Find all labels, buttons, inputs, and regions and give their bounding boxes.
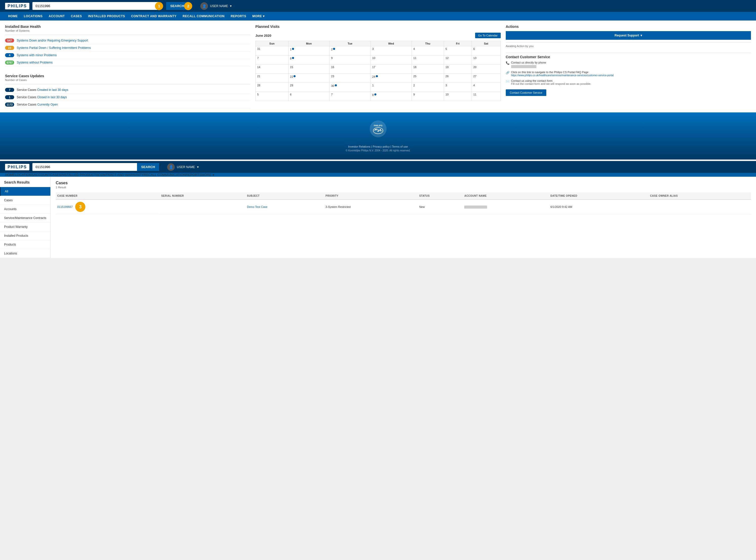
sidebar-item-contracts[interactable]: Service/Maintenance Contracts xyxy=(0,214,51,222)
search-input[interactable] xyxy=(33,2,159,10)
calendar-cell[interactable]: 1 xyxy=(370,83,411,92)
health-item-text-3[interactable]: Systems without Problems xyxy=(17,61,53,64)
calendar-cell[interactable]: 8 xyxy=(370,92,411,101)
calendar-cell[interactable]: 7 xyxy=(255,56,289,64)
nav2-recall[interactable]: RECALL COMMUNICATION xyxy=(144,173,186,177)
case-number-link[interactable]: 0115199667 xyxy=(57,205,73,208)
nav-installed-products[interactable]: INSTALLED PRODUCTS xyxy=(85,12,128,20)
second-search-button[interactable]: SEARCH xyxy=(137,163,159,171)
installed-base-title: Installed Base Health xyxy=(5,24,250,28)
cases-badge-1: 1 xyxy=(5,95,14,99)
calendar-cell[interactable]: 3 xyxy=(370,46,411,56)
calendar-cell[interactable]: 19 xyxy=(444,64,471,74)
calendar-cell[interactable]: 11 xyxy=(411,56,444,64)
username-dropdown-icon: ▾ xyxy=(230,4,232,8)
second-username[interactable]: USER NAME xyxy=(177,165,195,169)
calendar-cell[interactable]: 23 xyxy=(330,74,370,83)
nav2-cases[interactable]: CASES xyxy=(50,173,61,177)
calendar-cell[interactable]: 4 xyxy=(411,46,444,56)
calendar-cell[interactable]: 22 xyxy=(289,74,330,83)
calendar-cell[interactable]: 2 xyxy=(411,83,444,92)
nav-recall[interactable]: RECALL COMMUNICATION xyxy=(179,12,228,20)
calendar-cell[interactable]: 18 xyxy=(411,64,444,74)
nav-home[interactable]: HOME xyxy=(5,12,21,20)
sidebar-item-locations[interactable]: Locations xyxy=(0,249,51,258)
calendar-cell[interactable]: 6 xyxy=(471,46,501,56)
calendar-dot xyxy=(292,48,294,50)
calendar-cell[interactable]: 25 xyxy=(411,74,444,83)
sidebar-item-products[interactable]: Products xyxy=(0,240,51,249)
calendar-cell[interactable]: 28 xyxy=(255,83,289,92)
calendar-cell[interactable]: 5 xyxy=(255,92,289,101)
nav2-account[interactable]: ACCOUNT xyxy=(34,173,50,177)
calendar-cell[interactable]: 21 xyxy=(255,74,289,83)
sidebar-item-all[interactable]: All xyxy=(0,187,51,196)
calendar-cell[interactable]: 4 xyxy=(471,83,501,92)
calendar-cell[interactable]: 9 xyxy=(330,56,370,64)
contact-cs-button[interactable]: Contact Customer Service xyxy=(506,89,546,96)
calendar-cell[interactable]: 13 xyxy=(471,56,501,64)
health-item-text-0[interactable]: Systems Down and/or Requiring Emergency … xyxy=(17,39,88,42)
health-item-text-2[interactable]: Systems with minor Problems xyxy=(17,54,57,57)
calendar-cell[interactable]: 8 xyxy=(289,56,330,64)
cases-text-0[interactable]: Service Cases Created in last 30 days xyxy=(17,88,68,92)
calendar-cell[interactable]: 30 xyxy=(330,83,370,92)
second-search-bar: SEARCH xyxy=(33,163,159,171)
col-priority: PRIORITY xyxy=(324,193,418,200)
calendar-cell[interactable]: 3 xyxy=(444,83,471,92)
sidebar-item-accounts[interactable]: Accounts xyxy=(0,205,51,214)
cal-header-sun: Sun xyxy=(255,41,289,46)
nav-more[interactable]: MORE ▾ xyxy=(249,12,268,20)
calendar-cell[interactable]: 6 xyxy=(289,92,330,101)
calendar-cell[interactable]: 11 xyxy=(471,92,501,101)
nav2-home[interactable]: HOME xyxy=(5,173,15,177)
calendar-cell[interactable]: 27 xyxy=(471,74,501,83)
nav2-more[interactable]: MORE ▾ xyxy=(201,173,214,177)
calendar-cell[interactable]: 10 xyxy=(444,92,471,101)
calendar-cell[interactable]: 9 xyxy=(411,92,444,101)
nav2-installed-products[interactable]: INSTALLED PRODUCTS xyxy=(61,173,98,177)
calendar-cell[interactable]: 12 xyxy=(444,56,471,64)
calendar-cell[interactable]: 24 xyxy=(370,74,411,83)
calendar-dot xyxy=(374,94,376,96)
calendar-cell[interactable]: 31 xyxy=(255,46,289,56)
calendar-cell[interactable]: 26 xyxy=(444,74,471,83)
nav2-reports[interactable]: REPORTS xyxy=(186,173,201,177)
nav-reports[interactable]: REPORTS xyxy=(228,12,250,20)
col-serial-number: SERIAL NUMBER xyxy=(159,193,246,200)
calendar-cell[interactable]: 14 xyxy=(255,64,289,74)
calendar-cell[interactable]: 2 xyxy=(330,46,370,56)
installed-base-subtitle: Number of Systems xyxy=(5,29,250,32)
svg-point-4 xyxy=(377,131,379,132)
health-item-text-1[interactable]: Systems Partial Down / Suffering Intermi… xyxy=(17,46,91,49)
calendar-cell[interactable]: 1 xyxy=(289,46,330,56)
sidebar-item-warranty[interactable]: Product Warranty xyxy=(0,222,51,232)
svg-text:PHILIPS: PHILIPS xyxy=(373,124,382,127)
sidebar-item-cases[interactable]: Cases xyxy=(0,196,51,205)
nav2-locations[interactable]: LOCATIONS xyxy=(15,173,34,177)
nav-locations[interactable]: LOCATIONS xyxy=(21,12,45,20)
contact-cs-link[interactable]: https://www.philips.co.uk/healthcare/ser… xyxy=(511,74,614,77)
sidebar-item-installed[interactable]: Installed Products xyxy=(0,232,51,240)
calendar-cell[interactable]: 17 xyxy=(370,64,411,74)
cases-text-2[interactable]: Service Cases Currently Open xyxy=(17,103,58,106)
go-to-calendar-button[interactable]: Go To Calendar xyxy=(475,33,501,38)
contact-form-sub: Fill out the contact form and we will re… xyxy=(511,82,592,85)
calendar-cell[interactable]: 16 xyxy=(330,64,370,74)
second-search-input[interactable] xyxy=(33,163,137,171)
calendar-cell[interactable]: 7 xyxy=(330,92,370,101)
cases-text-1[interactable]: Service Cases Closed in last 30 days xyxy=(17,96,67,99)
calendar-cell[interactable]: 29 xyxy=(289,83,330,92)
calendar-cell[interactable]: 15 xyxy=(289,64,330,74)
calendar-cell[interactable]: 10 xyxy=(370,56,411,64)
request-support-button[interactable]: Request Support ▾ xyxy=(506,31,751,40)
nav-contract-warranty[interactable]: CONTRACT AND WARRANTY xyxy=(128,12,179,20)
nav-account[interactable]: ACCOUNT xyxy=(45,12,68,20)
cal-header-thu: Thu xyxy=(411,41,444,46)
username[interactable]: USER NAME xyxy=(210,4,228,8)
nav2-contract-warranty[interactable]: CONTRACT AND WARRANTY xyxy=(98,173,144,177)
nav-cases[interactable]: CASES xyxy=(68,12,85,20)
subject-link[interactable]: Demo Test Case xyxy=(247,205,268,208)
calendar-cell[interactable]: 5 xyxy=(444,46,471,56)
calendar-cell[interactable]: 20 xyxy=(471,64,501,74)
